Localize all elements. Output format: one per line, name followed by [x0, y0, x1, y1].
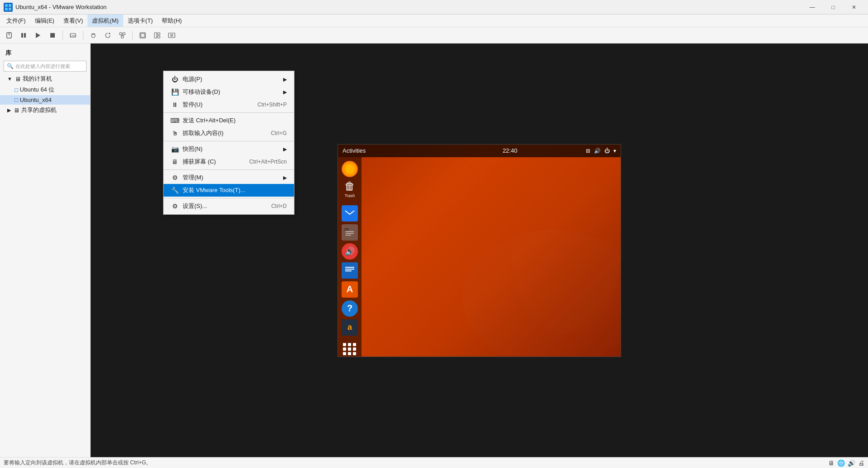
- vm-menu-pause[interactable]: ⏸ 暂停(U) Ctrl+Shift+P: [164, 98, 294, 111]
- files-icon: [342, 224, 358, 241]
- dock-amazon[interactable]: a: [341, 319, 359, 336]
- ubuntu-time: 22:40: [502, 147, 517, 154]
- snapshot-icon: 📷: [171, 145, 179, 153]
- sidebar-ubuntu64[interactable]: □ Ubuntu 64 位: [0, 84, 90, 95]
- toolbar-vm-stop[interactable]: [46, 29, 59, 41]
- network-icon: ⊞: [586, 148, 590, 154]
- vm-menu-power[interactable]: ⏻ 电源(P) ▶: [164, 73, 294, 86]
- status-icon-4: 🖨: [858, 459, 864, 467]
- dock-sound[interactable]: 🔊: [341, 243, 359, 260]
- svg-rect-2: [5, 8, 8, 10]
- menu-view[interactable]: 查看(V): [59, 14, 87, 27]
- dock-files[interactable]: [341, 224, 359, 241]
- toolbar-send-cad[interactable]: CAD: [67, 29, 79, 41]
- vm-menu-sep-1: [164, 112, 294, 113]
- toolbar-snapshot-take[interactable]: [87, 29, 100, 41]
- manage-icon: ⚙: [171, 174, 179, 182]
- svg-rect-14: [120, 33, 122, 35]
- menu-file[interactable]: 文件(F): [2, 14, 30, 27]
- grab-shortcut: Ctrl+G: [271, 130, 287, 136]
- menu-vm[interactable]: 虚拟机(M): [87, 14, 123, 27]
- vm-icon: □: [14, 87, 18, 93]
- toolbar-vm-pause[interactable]: [17, 29, 30, 41]
- status-bar: 要将输入定向到该虚拟机，请在虚拟机内部单击或按 Ctrl+G。 🖥 🌐 🔊 🖨: [0, 457, 868, 468]
- pause-label: 暂停(U): [183, 101, 203, 109]
- menu-edit[interactable]: 编辑(E): [30, 14, 59, 27]
- vm-display-area[interactable]: Activities 22:40 ⊞ 🔊 ⏻ ▾ 🗑 Trash: [91, 43, 868, 457]
- svg-rect-1: [9, 4, 11, 7]
- dock-apps-grid[interactable]: [341, 343, 359, 355]
- writer-icon: [342, 262, 358, 279]
- menu-tab[interactable]: 选项卡(T): [123, 14, 158, 27]
- manage-label: 管理(M): [183, 174, 203, 182]
- trash-label: Trash: [345, 193, 355, 198]
- ubuntu-sys-icons: ⊞ 🔊 ⏻ ▾: [586, 148, 616, 154]
- svg-rect-32: [346, 233, 354, 234]
- grab-label: 抓取输入内容(I): [183, 129, 223, 137]
- vm-menu-grab[interactable]: 🖱 抓取输入内容(I) Ctrl+G: [164, 127, 294, 140]
- sidebar-shared-vms[interactable]: ▶ 🖥 共享的虚拟机: [0, 105, 90, 116]
- removable-icon: 💾: [171, 88, 179, 96]
- svg-rect-30: [344, 228, 349, 231]
- settings-icon: ⚙: [171, 202, 179, 210]
- svg-rect-22: [158, 33, 160, 35]
- status-icon-3: 🔊: [848, 459, 855, 467]
- toolbar-snapshot-restore[interactable]: [101, 29, 114, 41]
- toolbar: CAD: [0, 27, 868, 43]
- vm-menu-removable[interactable]: 💾 可移动设备(D) ▶: [164, 86, 294, 98]
- removable-label: 可移动设备(D): [183, 88, 220, 96]
- toolbar-snapshot-manager[interactable]: [116, 29, 129, 41]
- menu-bar: 文件(F) 编辑(E) 查看(V) 虚拟机(M) 选项卡(T) 帮助(H): [0, 14, 868, 27]
- svg-rect-33: [346, 235, 351, 236]
- toolbar-sep-1: [63, 31, 63, 40]
- sidebar-search[interactable]: 🔍 在此处键入内容进行搜索: [4, 61, 87, 72]
- svg-marker-8: [36, 33, 40, 38]
- minimize-button[interactable]: —: [802, 0, 823, 14]
- main-area: 库 🔍 在此处键入内容进行搜索 ▼ 🖥 我的计算机 □ Ubuntu 64 位 …: [0, 43, 868, 457]
- menu-help[interactable]: 帮助(H): [157, 14, 186, 27]
- power-icon: ⏻: [604, 148, 610, 154]
- app-icon: [4, 3, 13, 12]
- install-tools-icon: 🔧: [171, 186, 179, 194]
- vm-menu-install-tools[interactable]: 🔧 安装 VMware Tools(T)...: [164, 184, 294, 197]
- dock-software[interactable]: A: [341, 281, 359, 298]
- search-icon: 🔍: [7, 63, 14, 69]
- dock-trash[interactable]: 🗑 Trash: [341, 180, 359, 198]
- vm-menu-manage[interactable]: ⚙ 管理(M) ▶: [164, 171, 294, 184]
- toolbar-vm-power[interactable]: [3, 29, 15, 41]
- vm-menu-sep-4: [164, 198, 294, 198]
- ubuntu-x64-label: Ubuntu_x64: [20, 96, 52, 103]
- svg-point-39: [512, 171, 621, 334]
- cad-label: 发送 Ctrl+Alt+Del(E): [183, 116, 236, 125]
- power-arrow: ▶: [283, 77, 287, 82]
- svg-rect-7: [24, 33, 26, 38]
- capture-icon: 🖥: [171, 158, 179, 166]
- svg-rect-9: [50, 33, 55, 38]
- svg-text:CAD: CAD: [70, 34, 76, 37]
- search-placeholder: 在此处键入内容进行搜索: [15, 63, 70, 70]
- vm-menu-cad[interactable]: ⌨ 发送 Ctrl+Alt+Del(E): [164, 114, 294, 127]
- toolbar-fullscreen[interactable]: [136, 29, 149, 41]
- dock-firefox[interactable]: [341, 161, 359, 177]
- sidebar: 库 🔍 在此处键入内容进行搜索 ▼ 🖥 我的计算机 □ Ubuntu 64 位 …: [0, 43, 91, 457]
- sidebar-ubuntu-x64[interactable]: □ Ubuntu_x64: [0, 95, 90, 105]
- dock-writer[interactable]: [341, 262, 359, 279]
- ubuntu-topbar: Activities 22:40 ⊞ 🔊 ⏻ ▾: [338, 145, 621, 157]
- dock-email[interactable]: [341, 205, 359, 222]
- vm-menu-snapshot[interactable]: 📷 快照(N) ▶: [164, 143, 294, 155]
- ubuntu-screen[interactable]: Activities 22:40 ⊞ 🔊 ⏻ ▾ 🗑 Trash: [338, 144, 621, 357]
- vm-context-menu: ⏻ 电源(P) ▶ 💾 可移动设备(D) ▶ ⏸ 暂停(U) Ctrl+Shif…: [163, 71, 294, 215]
- ubuntu-activities[interactable]: Activities: [342, 147, 366, 154]
- toolbar-vm-resume[interactable]: [32, 29, 44, 41]
- toolbar-fit[interactable]: [165, 29, 178, 41]
- toolbar-unity[interactable]: [151, 29, 164, 41]
- sidebar-my-computer[interactable]: ▼ 🖥 我的计算机: [0, 73, 90, 84]
- svg-rect-6: [21, 33, 23, 38]
- maximize-button[interactable]: □: [823, 0, 844, 14]
- my-computer-label: 我的计算机: [23, 75, 52, 83]
- svg-rect-15: [123, 33, 125, 35]
- dock-help[interactable]: ?: [341, 300, 359, 317]
- vm-menu-capture[interactable]: 🖥 捕获屏幕 (C) Ctrl+Alt+PrtScn: [164, 155, 294, 168]
- vm-menu-settings[interactable]: ⚙ 设置(S)... Ctrl+D: [164, 200, 294, 212]
- close-button[interactable]: ✕: [844, 0, 864, 14]
